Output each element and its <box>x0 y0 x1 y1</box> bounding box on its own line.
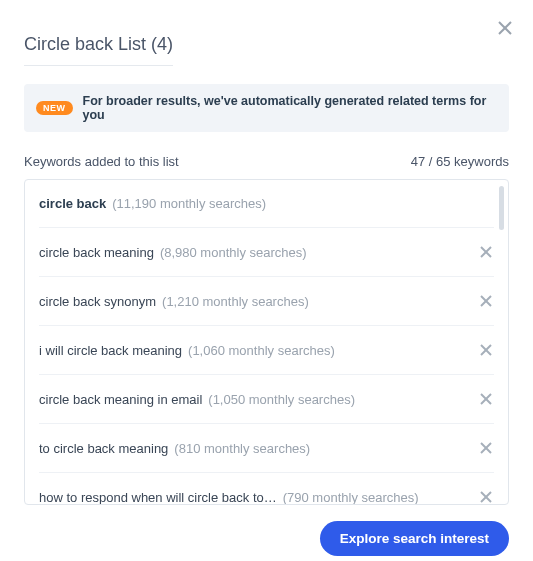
remove-keyword-button[interactable] <box>478 391 494 407</box>
keyword-row-main: circle back synonym(1,210 monthly search… <box>39 294 309 309</box>
list-subheader: Keywords added to this list 47 / 65 keyw… <box>24 154 509 169</box>
close-button[interactable] <box>495 18 515 38</box>
x-icon <box>479 441 493 455</box>
x-icon <box>479 245 493 259</box>
keyword-row-main: circle back(11,190 monthly searches) <box>39 196 266 211</box>
keyword-term: to circle back meaning <box>39 441 168 456</box>
banner-text: For broader results, we've automatically… <box>83 94 498 122</box>
keyword-row: circle back meaning in email(1,050 month… <box>39 375 494 424</box>
keyword-list-modal: Circle back List (4) NEW For broader res… <box>0 0 533 561</box>
keyword-term: how to respond when will circle back to… <box>39 490 277 505</box>
keyword-term: circle back synonym <box>39 294 156 309</box>
keyword-row-main: circle back meaning(8,980 monthly search… <box>39 245 307 260</box>
x-icon <box>479 343 493 357</box>
keyword-term: circle back meaning in email <box>39 392 202 407</box>
remove-keyword-button[interactable] <box>478 440 494 456</box>
modal-footer: Explore search interest <box>24 521 509 556</box>
keyword-stat: (8,980 monthly searches) <box>160 245 307 260</box>
keyword-term: i will circle back meaning <box>39 343 182 358</box>
keyword-stat: (810 monthly searches) <box>174 441 310 456</box>
keyword-row: circle back meaning(8,980 monthly search… <box>39 228 494 277</box>
keyword-row: circle back synonym(1,210 monthly search… <box>39 277 494 326</box>
keyword-stat: (11,190 monthly searches) <box>112 196 266 211</box>
scrollbar-thumb[interactable] <box>499 186 504 230</box>
info-banner: NEW For broader results, we've automatic… <box>24 84 509 132</box>
keyword-row-main: how to respond when will circle back to…… <box>39 490 419 505</box>
keyword-row-main: i will circle back meaning(1,060 monthly… <box>39 343 335 358</box>
keyword-stat: (1,060 monthly searches) <box>188 343 335 358</box>
close-icon <box>497 20 513 36</box>
keyword-count: 47 / 65 keywords <box>411 154 509 169</box>
keyword-row: i will circle back meaning(1,060 monthly… <box>39 326 494 375</box>
x-icon <box>479 392 493 406</box>
remove-keyword-button[interactable] <box>478 293 494 309</box>
modal-title: Circle back List (4) <box>24 34 173 66</box>
keyword-stat: (1,050 monthly searches) <box>208 392 355 407</box>
keyword-term: circle back meaning <box>39 245 154 260</box>
subhead-label: Keywords added to this list <box>24 154 179 169</box>
x-icon <box>479 490 493 504</box>
keyword-row: how to respond when will circle back to…… <box>39 473 494 505</box>
remove-keyword-button[interactable] <box>478 489 494 505</box>
keyword-stat: (790 monthly searches) <box>283 490 419 505</box>
keyword-row-main: circle back meaning in email(1,050 month… <box>39 392 355 407</box>
keyword-row-main: to circle back meaning(810 monthly searc… <box>39 441 310 456</box>
keyword-list: circle back(11,190 monthly searches)circ… <box>24 179 509 505</box>
keyword-term: circle back <box>39 196 106 211</box>
remove-keyword-button[interactable] <box>478 342 494 358</box>
explore-button[interactable]: Explore search interest <box>320 521 509 556</box>
keyword-stat: (1,210 monthly searches) <box>162 294 309 309</box>
new-badge: NEW <box>36 101 73 115</box>
keyword-row: circle back(11,190 monthly searches) <box>39 180 494 228</box>
x-icon <box>479 294 493 308</box>
keyword-row: to circle back meaning(810 monthly searc… <box>39 424 494 473</box>
remove-keyword-button[interactable] <box>478 244 494 260</box>
